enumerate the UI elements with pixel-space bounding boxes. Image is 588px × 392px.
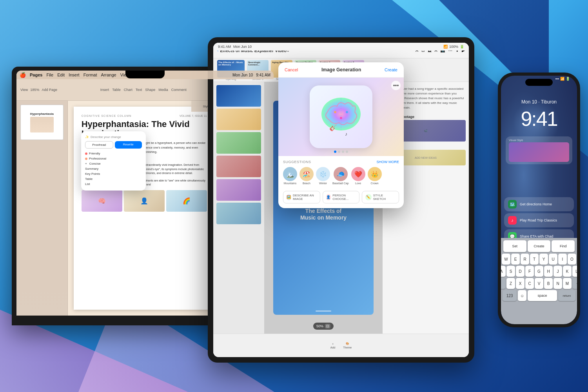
ai-option-table[interactable]: Table xyxy=(85,176,142,181)
toolbar-add-page[interactable]: Add Page xyxy=(42,88,57,92)
bottom-btn-theme[interactable]: 🎨 Theme xyxy=(343,342,352,349)
menu-arrange[interactable]: Arrange xyxy=(101,73,116,77)
menu-edit[interactable]: Edit xyxy=(57,73,65,77)
key-y[interactable]: Y xyxy=(539,254,548,265)
key-b[interactable]: B xyxy=(544,278,553,289)
toolbar-zoom[interactable]: 185% xyxy=(30,88,39,92)
suggestion-mountains[interactable]: 🏔️ Mountains xyxy=(283,167,297,185)
zoom-fit-btn[interactable]: ⊡ xyxy=(325,324,330,328)
key-e[interactable]: E xyxy=(511,254,520,265)
modal-create-btn[interactable]: Create xyxy=(385,67,397,72)
iphone-body: ▪▪▪ 📶 🔋 Mon 10 · Tiburon 9:41 Visual Sty… xyxy=(498,73,580,327)
ai-option-summary[interactable]: Summary xyxy=(85,166,142,171)
menu-format[interactable]: Format xyxy=(83,73,97,77)
key-h[interactable]: H xyxy=(544,266,553,277)
key-o[interactable]: O xyxy=(568,254,576,265)
ai-option-professional[interactable]: Professional xyxy=(85,156,142,161)
suggestion-winter[interactable]: ❄️ Winter xyxy=(316,167,330,185)
ai-option-keypoints[interactable]: Key Points xyxy=(85,171,142,176)
battery-indicator: 100% xyxy=(449,45,458,49)
slide-1[interactable] xyxy=(216,85,261,107)
professional-label: Professional xyxy=(89,157,106,160)
toolbar-comment[interactable]: Comment xyxy=(171,88,187,92)
key-x[interactable]: X xyxy=(516,278,524,289)
kb-create-btn[interactable]: Create xyxy=(528,240,551,252)
key-shift[interactable]: ⇧ xyxy=(501,278,506,289)
modal-action-buttons: 🖼️ DESCRIBE AN IMAGE 👤 PERSON CHOOSE... … xyxy=(278,189,404,208)
siri-item-directions[interactable]: 🗺️ Get directions Home xyxy=(504,197,574,211)
friendly-dot xyxy=(85,152,87,155)
menu-file[interactable]: File xyxy=(46,73,53,77)
toolbar-insert[interactable]: Insert xyxy=(100,88,109,92)
friendly-label: Friendly xyxy=(89,152,100,155)
style-sketch-btn[interactable]: ✏️ STYLE SKETCH xyxy=(362,191,399,203)
toolbar-text[interactable]: Text xyxy=(136,88,142,92)
suggestion-baseball[interactable]: 🧢 Baseball Cap xyxy=(332,167,349,185)
toolbar-shape[interactable]: Shape xyxy=(145,88,155,92)
key-l[interactable]: L xyxy=(572,266,577,277)
ipad-time: 9:41 AM xyxy=(218,45,231,49)
page-thumbnail[interactable]: Hyperphantasia xyxy=(20,105,64,140)
key-g[interactable]: G xyxy=(535,266,543,277)
key-emoji[interactable]: ☺ xyxy=(518,290,526,301)
key-s[interactable]: S xyxy=(506,266,515,277)
ipad-screen: 9:41 AM Mon Jun 10 📶 100% 🔋 ‹ Effects of… xyxy=(213,43,469,357)
key-space[interactable]: space xyxy=(528,290,557,301)
slide-2[interactable] xyxy=(216,109,261,130)
slide-4[interactable] xyxy=(216,156,261,177)
toolbar-view[interactable]: View xyxy=(20,88,28,92)
key-c[interactable]: C xyxy=(525,278,534,289)
key-a[interactable]: A xyxy=(501,266,506,277)
key-k[interactable]: K xyxy=(563,266,572,277)
ai-option-list[interactable]: List xyxy=(85,181,142,187)
menu-pages[interactable]: Pages xyxy=(30,73,42,77)
ipad-status-bar: 9:41 AM Mon Jun 10 📶 100% 🔋 xyxy=(213,43,469,51)
key-i[interactable]: I xyxy=(558,254,567,265)
suggestion-beach[interactable]: 🏖️ Beach xyxy=(299,167,314,185)
toolbar-media[interactable]: Media xyxy=(158,88,168,92)
modal-cancel-btn[interactable]: Cancel xyxy=(285,67,298,72)
modal-more-btn[interactable]: ••• xyxy=(391,81,401,90)
key-z[interactable]: Z xyxy=(506,278,515,289)
show-more-btn[interactable]: SHOW MORE xyxy=(377,160,399,164)
rewrite-button[interactable]: Rewrite xyxy=(115,141,142,149)
kb-find-btn[interactable]: Find xyxy=(552,240,575,252)
battery-icon: 🔋 xyxy=(460,45,464,49)
kb-set-btn[interactable]: Set xyxy=(503,240,526,252)
key-f[interactable]: F xyxy=(525,266,534,277)
siri-item-music[interactable]: ♪ Play Road Trip Classics xyxy=(504,213,574,227)
key-d[interactable]: D xyxy=(516,266,524,277)
image-generation-modal: Cancel Image Generation Create xyxy=(278,62,404,208)
toolbar-table[interactable]: Table xyxy=(112,88,121,92)
visual-style-widget: Visual Style xyxy=(506,136,572,164)
key-delete[interactable]: ⌫ xyxy=(572,278,577,289)
bottom-btn-add[interactable]: + Add xyxy=(330,343,335,349)
key-t[interactable]: T xyxy=(530,254,539,265)
key-return[interactable]: return xyxy=(558,290,575,301)
suggestion-crown[interactable]: 👑 Crown xyxy=(368,167,382,185)
key-m[interactable]: M xyxy=(563,278,572,289)
key-j[interactable]: J xyxy=(554,266,562,277)
key-v[interactable]: V xyxy=(535,278,543,289)
ai-option-friendly[interactable]: Friendly xyxy=(85,151,142,156)
apple-menu[interactable]: 🍎 xyxy=(20,72,26,78)
person-choose-btn[interactable]: 👤 PERSON CHOOSE... xyxy=(323,191,360,203)
menu-insert[interactable]: Insert xyxy=(69,73,80,77)
progress-bar xyxy=(316,310,331,312)
ai-option-concise[interactable]: + Concise xyxy=(85,161,142,166)
slide-5[interactable] xyxy=(216,179,261,201)
key-u[interactable]: U xyxy=(549,254,557,265)
ipad-device: 9:41 AM Mon Jun 10 📶 100% 🔋 ‹ Effects of… xyxy=(208,37,474,363)
suggestion-love[interactable]: ❤️ Love xyxy=(351,167,365,185)
key-123[interactable]: 123 xyxy=(503,290,517,301)
key-w[interactable]: W xyxy=(502,254,510,265)
key-r[interactable]: R xyxy=(521,254,529,265)
slide-6[interactable] xyxy=(216,203,261,224)
toolbar-chart[interactable]: Chart xyxy=(124,88,132,92)
proofread-button[interactable]: Proofread xyxy=(85,141,113,149)
slide-3[interactable] xyxy=(216,132,261,154)
page-thumb-1[interactable]: Hyperphantasia xyxy=(20,105,64,140)
describe-image-btn[interactable]: 🖼️ DESCRIBE AN IMAGE xyxy=(283,191,320,203)
key-n[interactable]: N xyxy=(554,278,562,289)
pages-sidebar: Hyperphantasia xyxy=(16,101,68,316)
